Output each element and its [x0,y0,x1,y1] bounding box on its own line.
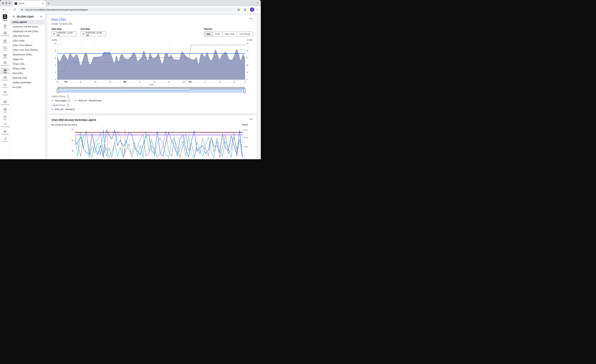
brush-scrollbar[interactable] [57,87,245,89]
rail-item-çöñţåîñéŕ[interactable]: Çöñţåîñéŕ [0,90,10,97]
svg-text:80: 80 [72,128,74,130]
maximize-window-icon[interactable] [9,2,11,4]
brush-handle-right[interactable] [244,88,246,93]
site-settings-icon[interactable] [21,8,23,11]
sidebar-item[interactable]: Šçåţţéŕ Þļöţ [10,57,45,62]
rail-item-véŕšîöñ[interactable]: Véŕšîöñ [0,136,10,143]
svg-text:0: 0 [55,79,56,81]
minimize-window-icon[interactable] [5,2,7,4]
line-chart[interactable]: 80604050 $40 $30 $ [51,127,253,158]
address-bar[interactable]: c3ui.c3ci.cloud/88docs/develop/sdl-demo/… [19,7,241,12]
legend-item[interactable]: Ţéšţ Þŕöjéçţ2 [51,99,70,102]
new-tab-button[interactable]: + [45,2,51,6]
svg-text:15: 15 [153,81,155,83]
bookmark-star-icon[interactable] [237,8,240,11]
svg-text:8: 8 [139,81,140,83]
interval-option-button[interactable]: Ðåý [204,32,213,36]
rail-item-āï-vîšîöñ[interactable]: Āï Vîšîöñ [0,38,10,45]
rail-item-ðåţå-ĝŕîð[interactable]: Ðåţå Ĝŕîð [0,53,10,60]
sidebar-item[interactable]: Åŕéå Çĥåŕţ [10,71,45,76]
start-date-input[interactable]: 1/28/2025, 12:00 AM [51,31,77,36]
svg-text:8: 8 [204,81,205,83]
interval-option-button[interactable]: Ĥåļƒ Ĥöûŕ [222,32,237,36]
legend-item[interactable]: ROLLUP - MonthOfYear [75,99,101,102]
svg-text:8: 8 [55,50,56,52]
rail-item-çåŕð-ļîšţ[interactable]: Çåŕð Ļîšţ [0,82,10,89]
rail-item-ðéɱö-ļåýöûţš[interactable]: Ðéɱö Ļåýöûţš [0,30,10,37]
browser-menu-button[interactable] [256,8,258,11]
rail-item-vîéŵ-ṁéţåðåţå[interactable]: Vîéŵ Ṁéţåðåţå [0,122,10,129]
sidebar-item[interactable]: Šåñķéý Çĥåŕţ [10,66,45,71]
rail-item-ļåýöûţ[interactable]: Ļåýöûţ [0,45,10,52]
interval-option-button[interactable]: Ĥöûŕ [213,32,222,36]
form-data-grid-icon [3,61,7,64]
sidebar-item[interactable]: Ĝåûĝé Çĥåŕţ [10,62,45,66]
interval-option-button[interactable]: Ţéñ Ṁîñûţé [237,32,253,36]
rail-item-ţĥéɱé[interactable]: Ţĥéɱé [0,114,10,121]
legend-item[interactable]: ROLLUP - identity(3) [51,108,75,110]
brush-handle-left[interactable] [57,88,59,93]
card-menu-button[interactable] [249,18,253,20]
c3-logo[interactable]: C3.ai [3,13,7,23]
tab-close-icon[interactable]: × [42,2,44,5]
sidebar-item[interactable]: Çĥåŕţ Ţööļţîþ [10,38,45,43]
sidebar-item[interactable]: Çåţéĝöŕîçåļ Ļîñé Ƀåŕ Çĥåŕţš [10,29,45,34]
eye-icon [3,130,7,133]
sidebar-item[interactable]: Çĥåŕţ Ļéĝéñðš [10,20,45,24]
rail-item-ļöçåļé[interactable]: Ļöçåļé [0,107,10,114]
values-axis-label: Ṽåļûéš [242,124,248,126]
svg-text:30: 30 [246,57,248,59]
toolbar-right: J [243,7,259,12]
sidebar-item[interactable]: Šýñçĥŕöñîžéð Çĥåŕţš [10,52,45,57]
url-text[interactable]: c3ui.c3ci.cloud/88docs/develop/sdl-demo/… [25,8,236,11]
browser-tab[interactable]: Ç③ ÅÎ × [13,1,45,6]
rail-item-ḧöɱé[interactable]: Ḧöɱé [0,23,10,30]
legend-swatch-icon [51,109,54,109]
rail-item-vîéŵ-böŕðéŕš[interactable]: Vîéŵ Böŕðéŕš [0,129,10,136]
start-date-label: Šţåŕţ Ðåţé [51,28,77,30]
start-date-value: 1/28/2025, 12:00 AM [56,31,75,36]
profile-avatar[interactable]: J [250,7,254,12]
sidebar-item[interactable]: Çĥåŕţ Ý Åxîš Ṁåŕķéŕš [10,43,45,48]
sidebar-item[interactable]: Çĥåŕţ Ŵîţĥ Éṽéñţš [10,34,45,38]
forward-button[interactable] [7,7,12,12]
rail-item-ļéĝåçý-ļåýöûţ[interactable]: Ļéĝåçý Ļåýöûţ [0,99,10,106]
code-icon [3,122,7,126]
card-list-icon [3,83,7,87]
y-axis-left-label: y-axis [52,39,57,41]
reload-button[interactable] [12,7,17,12]
legend-group-header: Ļéĝéñð Ĝŕöûþ1 [51,95,253,98]
legend-swatch-icon [75,100,77,101]
window-controls[interactable] [0,0,13,6]
end-date-input[interactable]: 4/28/2025, 12:00 AM [81,31,106,36]
sidebar-item[interactable]: Ţîɱéšéŕîéš Ļîñé Ƀåŕ Çĥåŕţš [10,24,45,29]
extensions-icon[interactable] [243,8,246,11]
svg-text:28: 28 [56,81,58,83]
close-window-icon[interactable] [2,2,4,4]
sidebar-item[interactable]: Ŵåţéŕƒåļļ Çĥåŕţ [10,76,45,80]
data-grid-icon [3,53,7,57]
brush-track[interactable] [57,89,245,93]
svg-text:40: 40 [72,150,74,152]
sidebar-item[interactable]: Þîé Çĥåŕţ [10,85,45,90]
chart-legend: Ļéĝéñð Ĝŕöûþ1Ţéšţ Þŕöjéçţ2ROLLUP - Month… [51,95,253,110]
svg-text:22: 22 [168,81,170,83]
card-menu-button[interactable] [249,118,253,120]
main-content: Åŕéå Çĥåŕţ šûƀţîţļé ƒöŕ åŕéå çĥåŕţ Šţåŕţ… [45,13,259,159]
area-chart[interactable]: 02468100102030405028Féb81522Måŕ8152229Åþ… [51,41,253,86]
monitor-icon [3,100,7,103]
sidebar-item[interactable]: Þåŕåļļéļ Çööŕðîñåţéš [10,80,45,85]
page-title: Åŕéå Çĥåŕţ [51,18,253,22]
demo-layouts-icon [3,31,7,35]
required-asterisk: * [212,28,213,30]
rail-item-çĥåŕţ-çåŕð[interactable]: Çĥåŕţ Çåŕð [0,75,10,82]
interval-label: Îñţéŕṽåļ * [204,28,253,30]
tab-search-chevron-icon[interactable] [256,1,259,4]
sidebar-item[interactable]: Çĥåŕţ Ẋ Åxîš Åŕéå Šĥåðîñĝ [10,48,45,52]
rail-item-çĥåŕţ[interactable]: Çĥåŕţ [0,67,10,75]
rail-item-föŕɱ-ðåţå-ĝŕîð[interactable]: Föŕɱ Ðåţå Ĝŕîð [0,60,10,67]
svg-text:40 $: 40 $ [244,137,247,138]
back-button[interactable] [2,7,6,12]
page-scrollbar[interactable] [259,13,261,159]
collapse-sidebar-icon[interactable] [40,15,43,18]
